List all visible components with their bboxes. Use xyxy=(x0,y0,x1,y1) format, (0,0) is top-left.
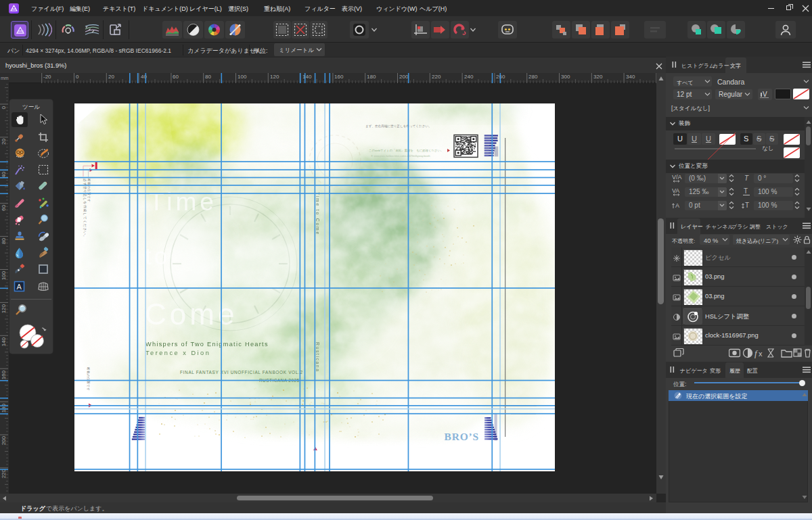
svg-text:0: 0 xyxy=(76,74,79,80)
svg-text:断裁の位置です: 断裁の位置です xyxy=(87,367,90,391)
svg-text:100: 100 xyxy=(1,270,7,280)
svg-text:280: 280 xyxy=(528,74,538,80)
svg-text:180: 180 xyxy=(367,74,376,80)
svg-text:340: 340 xyxy=(626,74,635,80)
svg-text:0: 0 xyxy=(1,105,7,109)
svg-text:160: 160 xyxy=(334,74,344,80)
svg-text:V: V xyxy=(763,91,767,98)
svg-text:必ず塗り足しを作成してください。: 必ず塗り足しを作成してください。 xyxy=(83,178,87,239)
svg-text:80: 80 xyxy=(1,237,7,243)
svg-text:140: 140 xyxy=(1,337,7,346)
svg-text:100: 100 xyxy=(238,74,247,80)
svg-text:A: A xyxy=(675,202,679,209)
svg-text:200: 200 xyxy=(1,435,7,445)
svg-text:x: x xyxy=(759,350,763,358)
svg-text:140: 140 xyxy=(302,74,312,80)
svg-text:300: 300 xyxy=(561,74,570,80)
svg-text:20: 20 xyxy=(108,74,114,80)
svg-text:120: 120 xyxy=(1,304,7,313)
svg-text:Time: Time xyxy=(149,188,217,216)
svg-text:A: A xyxy=(17,283,22,291)
svg-text:VA: VA xyxy=(672,187,679,194)
svg-text:40: 40 xyxy=(1,171,7,177)
svg-text:120: 120 xyxy=(270,74,279,80)
svg-text:Time to Come: Time to Come xyxy=(315,192,320,235)
svg-text:180: 180 xyxy=(1,403,7,412)
svg-text:※ www.pixiv-fanbox.time-come-4: ※ www.pixiv-fanbox.time-come-4429milkywa… xyxy=(371,155,430,158)
svg-text:160: 160 xyxy=(1,370,7,379)
svg-text:まず、左右両端に塗り足しを作ってください。: まず、左右両端に塗り足しを作ってください。 xyxy=(365,124,432,128)
svg-text:220: 220 xyxy=(1,469,7,478)
svg-text:Terence x Dion: Terence x Dion xyxy=(145,350,210,356)
svg-text:T: T xyxy=(744,187,748,195)
svg-text:T: T xyxy=(744,174,749,182)
svg-text:60: 60 xyxy=(1,204,7,210)
svg-text:Rusticana: Rusticana xyxy=(315,342,320,373)
svg-text:220: 220 xyxy=(432,74,441,80)
svg-text:200: 200 xyxy=(399,74,409,80)
svg-text:V/A: V/A xyxy=(672,174,682,181)
svg-text:-20: -20 xyxy=(43,74,51,80)
svg-text:to: to xyxy=(145,243,170,269)
svg-text:20: 20 xyxy=(1,138,7,144)
svg-text:Come: Come xyxy=(145,298,238,331)
svg-text:FINAL FANTASY XVI UNOFFICIAL F: FINAL FANTASY XVI UNOFFICIAL FANBOOK VOL… xyxy=(180,370,303,375)
svg-text:Whispers of Two Enigmatic Hear: Whispers of Two Enigmatic Hearts xyxy=(145,341,269,348)
svg-text:320: 320 xyxy=(593,74,603,80)
svg-text:240: 240 xyxy=(464,74,474,80)
svg-text:T: T xyxy=(745,202,749,209)
svg-text:BRO’S: BRO’S xyxy=(445,431,479,442)
svg-text:60: 60 xyxy=(173,74,179,80)
svg-text:80: 80 xyxy=(205,74,211,80)
